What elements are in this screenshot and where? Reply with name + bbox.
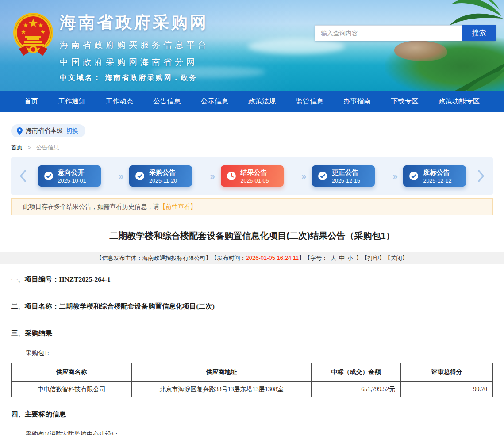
step-title: 采购公告	[149, 168, 177, 177]
meta-fontsize-close: 】	[354, 254, 362, 262]
location-region: 海南省省本级	[26, 127, 63, 135]
timeline-next-button[interactable]	[476, 169, 486, 183]
close-button[interactable]: 【关闭】	[385, 254, 408, 262]
timeline-step-abandoned[interactable]: 废标公告 2025-12-12	[403, 165, 466, 187]
clock-icon	[227, 171, 236, 181]
site-subtitle-1: 海南省政府购买服务信息平台	[60, 39, 209, 51]
cell-award-amount: 651,799.52元	[311, 382, 400, 397]
search-box: 搜索	[315, 25, 496, 41]
font-size-large-button[interactable]: 大	[331, 254, 336, 262]
search-button[interactable]: 搜索	[462, 25, 496, 41]
nav-item-work-trend[interactable]: 工作动态	[106, 97, 133, 106]
timeline-connector: »	[192, 172, 220, 180]
location-switch-link[interactable]: 切换	[66, 127, 78, 135]
meta-publisher: 【信息发布主体：海南政通招投标有限公司】	[96, 254, 212, 262]
check-icon	[409, 171, 419, 181]
timeline-connector: »	[375, 172, 403, 180]
article-content: 一、项目编号：HNZT2025-264-1 二、项目名称：二期教学楼和综合楼配套…	[11, 275, 493, 435]
main-nav: 首页 工作通知 工作动态 公告信息 公示信息 政策法规 监管信息 办事指南 下载…	[0, 91, 504, 112]
meta-time-label: 【发布时间：	[212, 254, 246, 262]
article-title: 二期教学楼和综合楼配套设备购置信息化项目(二次)结果公告（采购包1）	[11, 230, 493, 242]
location-pin-icon	[17, 127, 23, 135]
connector-dash	[382, 176, 392, 176]
breadcrumb-home[interactable]: 首页	[11, 144, 23, 151]
package-detail: 采购包1(消防安防监控中心建设)：	[26, 428, 493, 435]
timeline-connector: »	[101, 172, 129, 180]
site-domain: 中文域名： 海南省政府采购网．政务	[60, 73, 209, 83]
step-date: 2026-01-05	[241, 178, 269, 184]
col-review-score: 评审总得分	[401, 363, 493, 382]
step-date: 2025-10-01	[58, 178, 86, 184]
step-date: 2025-11-20	[149, 178, 177, 184]
rock-decor	[394, 41, 447, 61]
col-supplier-address: 供应商地址	[132, 363, 312, 382]
col-award-amount: 中标（成交）金额	[311, 363, 400, 382]
step-title: 意向公开	[58, 168, 86, 177]
font-size-small-button[interactable]: 小	[347, 254, 353, 262]
step-title: 更正公告	[332, 168, 360, 177]
nav-item-policy-function[interactable]: 政策功能专区	[439, 97, 480, 106]
breadcrumb-separator: >	[28, 144, 31, 151]
timeline-prev-button[interactable]	[18, 169, 28, 183]
nav-item-supervision[interactable]: 监管信息	[296, 97, 323, 106]
nav-item-work-notice[interactable]: 工作通知	[58, 97, 85, 106]
nav-item-home[interactable]: 首页	[24, 97, 38, 106]
table-row: 中电信数智科技有限公司 北京市海淀区复兴路33号13层东塔13层1308室 65…	[12, 382, 493, 397]
notice-view-link[interactable]: 【前往查看】	[159, 203, 196, 210]
article-meta-bar: 【信息发布主体：海南政通招投标有限公司】 【发布时间： 2026-01-05 1…	[0, 252, 504, 264]
col-supplier-name: 供应商名称	[12, 363, 132, 382]
location-pill: 海南省省本级 切换	[11, 124, 85, 137]
timeline-connector: »	[284, 172, 312, 180]
section-project-name: 二、项目名称：二期教学楼和综合楼配套设备购置信息化项目(二次)	[11, 302, 493, 311]
connector-dash	[199, 176, 209, 176]
arrow-right-icon: »	[210, 172, 214, 180]
step-title: 废标公告	[423, 168, 451, 177]
connector-dash	[290, 176, 300, 176]
meta-fontsize-label: 【字号：	[304, 254, 329, 262]
connector-dash	[108, 176, 117, 176]
cloud-decor	[248, 39, 345, 54]
result-table: 供应商名称 供应商地址 中标（成交）金额 评审总得分 中电信数智科技有限公司 北…	[11, 363, 493, 397]
step-date: 2025-12-16	[332, 178, 360, 184]
check-icon	[135, 171, 145, 181]
section-project-number: 一、项目编号：HNZT2025-264-1	[11, 275, 493, 284]
timeline-step-procurement[interactable]: 采购公告 2025-11-20	[129, 165, 192, 187]
timeline-step-intention[interactable]: 意向公开 2025-10-01	[38, 165, 101, 187]
timeline-step-result[interactable]: 结果公告 2026-01-05	[221, 165, 284, 187]
cell-supplier-address: 北京市海淀区复兴路33号13层东塔13层1308室	[132, 382, 312, 397]
breadcrumb-current[interactable]: 公告信息	[36, 144, 59, 151]
timeline-step-correction[interactable]: 更正公告 2025-12-16	[312, 165, 375, 187]
step-title: 结果公告	[241, 168, 269, 177]
breadcrumb: 首页 > 公告信息	[11, 144, 504, 152]
nav-item-download[interactable]: 下载专区	[391, 97, 419, 106]
cell-supplier-name: 中电信数智科技有限公司	[12, 382, 132, 397]
section-procurement-result: 三、采购结果	[11, 329, 493, 338]
site-subtitle-2: 中国政府采购网海南省分网	[60, 57, 209, 68]
step-date: 2025-12-12	[423, 178, 451, 184]
meta-time-close: 】	[299, 254, 304, 262]
chevron-left-icon	[19, 169, 27, 183]
nav-item-publicity[interactable]: 公示信息	[201, 97, 228, 106]
cell-review-score: 99.70	[401, 382, 493, 397]
chevron-right-icon	[477, 169, 485, 183]
site-header: 海南省政府采购网 海南省政府购买服务信息平台 中国政府采购网海南省分网 中文域名…	[0, 0, 504, 91]
check-icon	[318, 171, 327, 181]
section-main-subject-info: 四、主要标的信息	[11, 410, 493, 419]
notice-text: 此项目存在多个结果公告，如需查看历史信息，请	[23, 203, 159, 210]
history-notice-bar: 此项目存在多个结果公告，如需查看历史信息，请【前往查看】	[11, 198, 493, 215]
arrow-right-icon: »	[393, 172, 396, 180]
arrow-right-icon: »	[301, 172, 305, 180]
national-emblem	[12, 11, 54, 59]
meta-publish-time: 2026-01-05 16:24:11	[246, 255, 299, 261]
nav-item-announcement[interactable]: 公告信息	[153, 97, 181, 106]
site-titles: 海南省政府采购网 海南省政府购买服务信息平台 中国政府采购网海南省分网 中文域名…	[60, 11, 209, 83]
font-size-medium-button[interactable]: 中	[339, 254, 345, 262]
site-title: 海南省政府采购网	[60, 11, 209, 34]
search-input[interactable]	[315, 25, 462, 41]
nav-item-service-guide[interactable]: 办事指南	[343, 97, 371, 106]
table-header-row: 供应商名称 供应商地址 中标（成交）金额 评审总得分	[12, 363, 493, 382]
nav-item-policy[interactable]: 政策法规	[248, 97, 276, 106]
arrow-right-icon: »	[119, 172, 122, 180]
check-icon	[44, 171, 54, 181]
print-button[interactable]: 【打印】	[362, 254, 385, 262]
